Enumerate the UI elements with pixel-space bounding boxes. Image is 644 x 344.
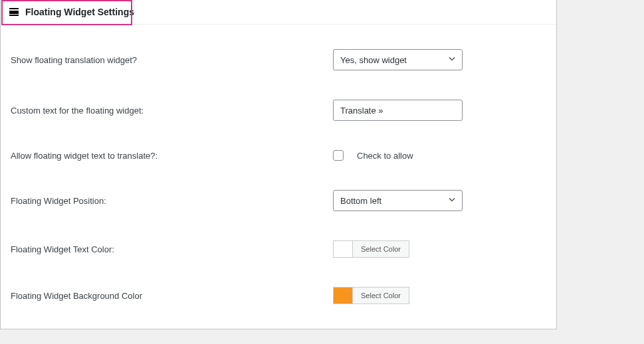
floating-widget-settings-panel: Floating Widget Settings Show floating t… xyxy=(0,0,557,329)
panel-title: Floating Widget Settings xyxy=(25,7,134,17)
select-show-widget[interactable]: Yes, show widget xyxy=(333,49,463,70)
button-select-text-color[interactable]: Select Color xyxy=(353,240,409,258)
checkbox-allow-translate[interactable] xyxy=(333,150,344,161)
control-show-widget: Yes, show widget xyxy=(333,49,546,70)
label-show-widget: Show floating translation widget? xyxy=(11,55,333,65)
checkbox-row-allow-translate: Check to allow xyxy=(333,150,546,161)
label-custom-text: Custom text for the floating widget: xyxy=(11,106,333,116)
input-custom-text[interactable] xyxy=(333,100,463,121)
panel-icon xyxy=(9,8,19,16)
label-allow-translate: Allow floating widget text to translate?… xyxy=(11,151,333,161)
button-select-bg-color[interactable]: Select Color xyxy=(353,287,409,304)
control-allow-translate: Check to allow xyxy=(333,150,546,161)
setting-row-custom-text: Custom text for the floating widget: xyxy=(1,85,556,135)
setting-row-position: Floating Widget Position: Bottom left xyxy=(1,175,556,226)
setting-row-show-widget: Show floating translation widget? Yes, s… xyxy=(1,35,556,85)
color-swatch-text-color xyxy=(333,240,353,258)
select-wrapper-show-widget: Yes, show widget xyxy=(333,49,463,70)
label-bg-color: Floating Widget Background Color xyxy=(11,291,333,301)
color-picker-text-color: Select Color xyxy=(333,240,546,258)
label-text-color: Floating Widget Text Color: xyxy=(11,244,333,254)
settings-body: Show floating translation widget? Yes, s… xyxy=(1,25,556,329)
control-position: Bottom left xyxy=(333,190,546,211)
select-wrapper-position: Bottom left xyxy=(333,190,463,211)
control-bg-color: Select Color xyxy=(333,287,546,304)
control-text-color: Select Color xyxy=(333,240,546,258)
color-picker-bg-color: Select Color xyxy=(333,287,546,304)
color-swatch-bg-color xyxy=(333,287,353,304)
control-custom-text xyxy=(333,100,546,121)
checkbox-label-allow-translate: Check to allow xyxy=(357,151,413,161)
select-position[interactable]: Bottom left xyxy=(333,190,463,211)
setting-row-allow-translate: Allow floating widget text to translate?… xyxy=(1,135,556,175)
setting-row-text-color: Floating Widget Text Color: Select Color xyxy=(1,226,556,272)
panel-header[interactable]: Floating Widget Settings xyxy=(1,0,556,25)
setting-row-bg-color: Floating Widget Background Color Select … xyxy=(1,272,556,319)
label-position: Floating Widget Position: xyxy=(11,196,333,206)
